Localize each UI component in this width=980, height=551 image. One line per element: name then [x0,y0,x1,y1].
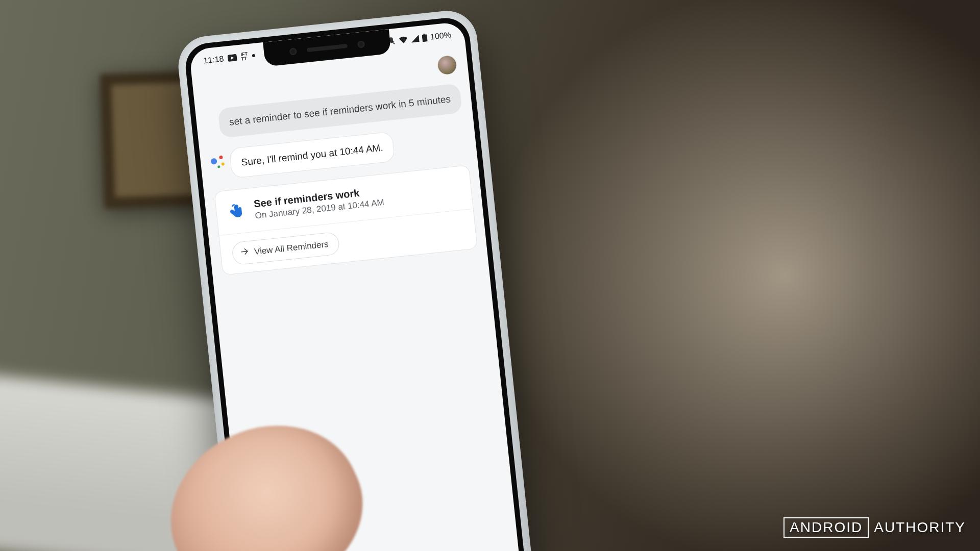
google-assistant-icon [210,154,225,169]
view-all-reminders-label: View All Reminders [254,239,329,257]
earpiece-speaker [307,44,348,52]
watermark-brand-boxed: ANDROID [783,517,869,538]
app-header [437,55,457,76]
photo-background: 11:18 IFTTT [0,0,980,551]
reminder-card[interactable]: See if reminders work On January 28, 201… [214,165,477,276]
view-all-reminders-button[interactable]: View All Reminders [231,232,340,266]
battery-percent: 100% [430,30,452,41]
front-camera-icon [289,47,297,55]
cell-signal-icon [411,35,420,43]
assistant-reply-bubble: Sure, I'll remind you at 10:44 AM. [229,131,396,179]
display-notch [263,29,391,67]
ifttt-icon: IFTTT [240,52,248,61]
svg-rect-4 [422,34,428,42]
front-sensor-icon [357,40,365,48]
svg-point-1 [252,54,255,58]
battery-icon [422,33,428,42]
watermark-brand-rest: AUTHORITY [874,519,966,536]
svg-rect-3 [423,34,425,35]
status-time: 11:18 [203,54,225,65]
profile-avatar[interactable] [437,55,457,76]
reminder-finger-icon [227,202,246,221]
assistant-conversation: set a reminder to see if reminders work … [206,83,477,276]
watermark: ANDROID AUTHORITY [783,517,966,538]
arrow-right-icon [239,246,250,259]
notification-dot-icon [252,54,255,58]
wifi-icon [399,36,408,44]
youtube-icon [227,54,237,62]
